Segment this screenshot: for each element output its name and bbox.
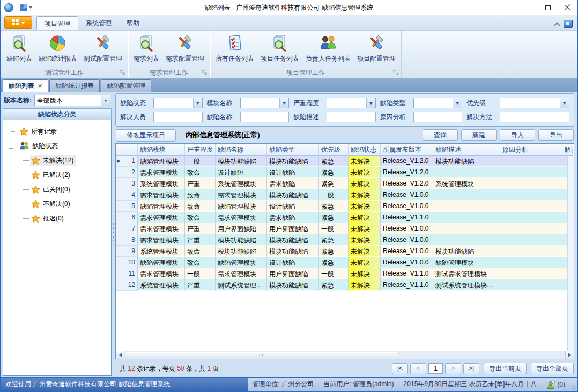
tree-item-resolved[interactable]: 已解决(2) — [23, 168, 111, 182]
close-tab-icon[interactable]: ✕ — [38, 80, 42, 92]
dropdown-button[interactable] — [279, 98, 288, 108]
first-page-button[interactable]: |< — [392, 363, 408, 374]
indicator-column-header — [116, 144, 122, 156]
dropdown-button[interactable] — [101, 95, 110, 106]
column-header[interactable]: 严重程度 — [185, 144, 216, 156]
scroll-right-button[interactable] — [565, 351, 574, 359]
ribbon-btn-project-config[interactable]: 项目配置管理 — [354, 33, 399, 64]
table-cell: 一般 — [185, 268, 216, 279]
column-header[interactable]: 缺陷状态 — [349, 144, 381, 156]
row-indicator — [116, 268, 122, 279]
ribbon-tab-system[interactable]: 系统管理 — [78, 16, 119, 30]
export-all-pages-button[interactable]: 导出全部页 — [531, 363, 574, 374]
page-number-input[interactable] — [428, 363, 443, 374]
table-row[interactable]: 3系统管理模块严重系统管理模块需求缺陷紧急未解决Release_V1.2.0系统… — [116, 178, 574, 189]
module-name-combo[interactable] — [240, 98, 290, 108]
minimize-button[interactable] — [519, 0, 538, 15]
table-row[interactable]: 8需求管理模块严重模块功能缺陷模块功能缺陷紧急未解决Release_V1.0.0 — [116, 234, 574, 246]
messages-indicator[interactable]: (0) — [542, 378, 569, 391]
ribbon-btn-test-config[interactable]: 测试配置管理 — [80, 33, 125, 64]
ribbon-btn-project-tasks[interactable]: 项目任务列表 — [257, 33, 302, 64]
version-label: 版本名称: — [4, 96, 32, 105]
dialog-launcher-icon[interactable] — [202, 70, 208, 76]
column-header[interactable]: 缺陷名称 — [216, 144, 267, 156]
severity-combo[interactable] — [327, 98, 376, 108]
import-button[interactable]: 导入 — [500, 129, 535, 141]
priority-combo[interactable] — [500, 98, 569, 108]
cause-analysis-input[interactable] — [413, 112, 463, 122]
table-row[interactable]: 4需求管理模块致命需求管理模块模块功能缺陷一般未解决Release_V1.0.0 — [116, 189, 574, 201]
dropdown-button[interactable] — [453, 98, 462, 108]
resolver-input[interactable] — [153, 112, 203, 122]
table-row[interactable]: 11需求管理模块一般需求管理模块用户界面缺陷一般未解决Release_V1.1.… — [116, 268, 574, 279]
maximize-button[interactable] — [538, 0, 558, 15]
table-row[interactable]: 9系统管理模块致命模块功能缺陷模块功能缺陷紧急未解决Release_V1.0.0… — [116, 246, 574, 257]
next-page-button[interactable]: > — [445, 363, 461, 374]
table-row[interactable]: 10缺陷管理模块致命缺陷管理模块设计缺陷紧急未解决Release_V1.0.0缺… — [116, 257, 574, 268]
tab-defect-list[interactable]: 缺陷列表 ✕ — [3, 79, 48, 92]
tree-item-wont-fix[interactable]: 不解决(0) — [23, 197, 111, 211]
tab-defect-report[interactable]: 缺陷统计报表 — [49, 79, 100, 92]
ribbon-tab-help[interactable]: 帮助 — [119, 16, 147, 30]
dropdown-button[interactable] — [366, 98, 375, 108]
tree-item-closed[interactable]: 已关闭(0) — [23, 182, 111, 197]
close-button[interactable] — [558, 0, 577, 15]
table-row[interactable]: 2需求管理模块致命设计缺陷设计缺陷紧急未解决Release_V1.2.0 — [116, 167, 574, 178]
tree-item-all-records[interactable]: 所有记录 — [8, 124, 111, 139]
about-icon[interactable] — [564, 20, 573, 28]
ribbon-btn-owner-tasks[interactable]: 负责人任务列表 — [302, 33, 354, 64]
tree-item-unresolved[interactable]: 未解决(12) — [23, 153, 111, 168]
modify-columns-button[interactable]: 修改显示项目 — [116, 129, 176, 142]
app-menu-button[interactable] — [4, 16, 32, 29]
scrollbar-thumb[interactable] — [125, 352, 398, 358]
last-page-button[interactable]: >| — [463, 363, 479, 374]
table-row[interactable]: 12系统管理模块严重测试系统管理...模块功能缺陷紧急未解决Release_V1… — [116, 279, 574, 291]
quick-access-toolbar[interactable] — [20, 4, 32, 11]
scrollbar-track[interactable] — [124, 351, 565, 359]
column-header[interactable]: 解决方法 — [562, 144, 573, 156]
tools-icon — [94, 34, 112, 53]
version-combo[interactable]: 全部版本 — [34, 95, 110, 106]
export-button[interactable]: 导出 — [538, 129, 574, 141]
ribbon-btn-defect-report[interactable]: 缺陷统计报表 — [35, 33, 80, 64]
collapse-node-icon[interactable] — [9, 144, 13, 149]
ribbon-btn-req-config[interactable]: 需求配置管理 — [162, 33, 208, 64]
ribbon-btn-all-tasks[interactable]: 所有任务列表 — [212, 33, 257, 64]
dropdown-button[interactable] — [193, 98, 202, 108]
table-row[interactable]: 6需求管理模块致命需求管理模块需求缺陷紧急未解决Release_V1.1.0 — [116, 212, 574, 223]
prev-page-button[interactable]: < — [410, 363, 426, 374]
table-row[interactable]: ▶1缺陷管理模块一般模块功能缺陷模块功能缺陷紧急未解决Release_V1.2.… — [116, 156, 574, 167]
query-button[interactable]: 查询 — [423, 129, 458, 141]
tab-defect-config[interactable]: 缺陷配置管理 — [101, 79, 151, 92]
vertical-scrollbar[interactable] — [567, 156, 574, 351]
new-button[interactable]: 新建 — [461, 129, 497, 141]
solution-input[interactable] — [500, 112, 569, 122]
defect-type-combo[interactable] — [413, 98, 463, 108]
dialog-launcher-icon[interactable] — [393, 70, 399, 76]
resize-grip[interactable] — [569, 378, 577, 391]
ribbon-btn-req-list[interactable]: 需求列表 — [130, 33, 162, 64]
defect-name-input[interactable] — [240, 112, 290, 122]
column-header[interactable]: 缺陷描述 — [433, 144, 500, 156]
column-header[interactable]: 缺陷类型 — [267, 144, 319, 156]
splitter[interactable] — [112, 93, 115, 376]
dropdown-button[interactable] — [560, 98, 569, 108]
scroll-left-button[interactable] — [116, 351, 124, 359]
table-row[interactable]: 7需求管理模块严重用户界面缺陷用户界面缺陷一般未解决Release_V1.0.0 — [116, 223, 574, 234]
ribbon-tab-project[interactable]: 项目管理 — [36, 16, 78, 30]
record-summary: 共 12 条记录，每页 50 条，共 1 页 — [120, 364, 219, 373]
export-current-page-button[interactable]: 导出当前页 — [484, 363, 527, 374]
dialog-launcher-icon[interactable] — [120, 70, 125, 76]
column-header[interactable]: 缺陷模块 — [138, 144, 185, 156]
column-header[interactable]: 所属发布版本 — [381, 144, 433, 156]
table-row[interactable]: 5缺陷管理模块致命缺陷管理模块设计缺陷紧急未解决Release_V1.0.0 — [116, 201, 574, 212]
column-header[interactable]: 优先级 — [319, 144, 349, 156]
defect-desc-input[interactable] — [327, 112, 376, 122]
horizontal-scrollbar[interactable] — [116, 351, 574, 359]
collapse-ribbon-icon[interactable] — [554, 22, 560, 28]
ribbon-btn-defect-list[interactable]: 缺陷列表 — [3, 33, 35, 64]
table-cell: 模块功能缺陷 — [216, 156, 267, 167]
column-header[interactable]: 原因分析 — [500, 144, 562, 156]
tree-item-postponed[interactable]: 推迟(0) — [23, 211, 111, 226]
defect-status-combo[interactable] — [153, 98, 203, 108]
